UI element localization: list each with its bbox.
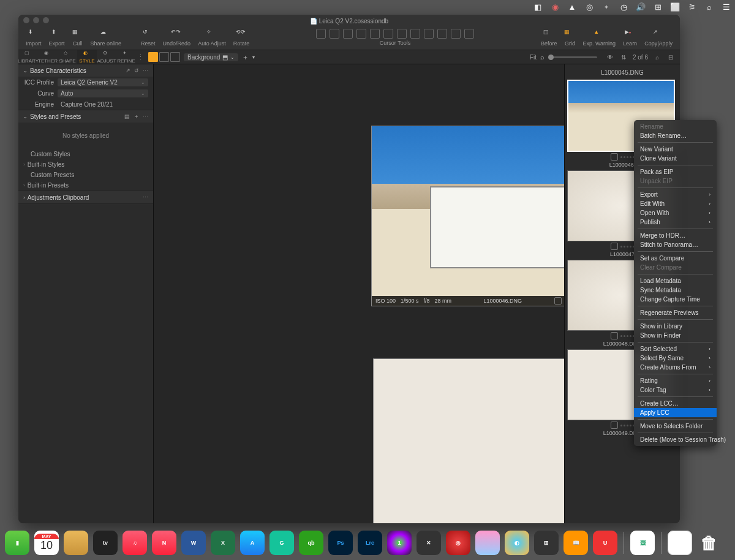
battery-icon[interactable]: ⬜ (670, 2, 680, 12)
tab-refine[interactable]: ✦REFINE (116, 50, 136, 64)
checkbox[interactable] (611, 153, 618, 161)
app1-icon[interactable]: ◉ (550, 2, 560, 12)
import-button[interactable]: ⬇Import (26, 29, 42, 47)
notif-icon[interactable]: ◧ (533, 2, 543, 12)
undoredo-button[interactable]: ↶↷Undo/Redo (163, 29, 191, 47)
dock-file[interactable] (668, 531, 692, 555)
dock-app6[interactable]: U (593, 531, 617, 555)
checkbox[interactable] (611, 422, 618, 429)
zoom-window[interactable] (43, 17, 49, 23)
checkbox[interactable] (611, 332, 618, 339)
learn-button[interactable]: ▶●Learn (623, 29, 637, 47)
dock-excel[interactable]: X (211, 531, 235, 555)
dock-lightroom[interactable]: Lrc (358, 531, 382, 555)
control-icon[interactable]: ☰ (722, 2, 731, 12)
tab-shape[interactable]: ◇SHAPE (58, 50, 77, 64)
dock-appstore[interactable]: A (240, 531, 265, 555)
dock-calendar[interactable]: MAY10 (34, 531, 59, 555)
section-clipboard-header[interactable]: › Adjustments Clipboard ⋯ (18, 191, 153, 203)
tab-library[interactable]: ▢LIBRARY (18, 50, 38, 64)
menu-open-with[interactable]: Open With› (634, 208, 717, 218)
menu-create-lcc[interactable]: Create LCC… (634, 399, 717, 408)
tab-more[interactable]: ⋮ (136, 50, 145, 64)
curve-select[interactable]: Auto⌄ (58, 89, 148, 97)
dock-trash[interactable]: 🗑 (697, 531, 722, 555)
tab-adjust[interactable]: ⚙ADJUST (97, 50, 116, 64)
menu-select-by-same[interactable]: Select By Same› (634, 354, 717, 363)
wifi-icon[interactable]: ⚞ (687, 2, 697, 12)
menu-load-metadata[interactable]: Load Metadata (634, 276, 717, 286)
menu-set-compare[interactable]: Set as Compare (634, 254, 717, 263)
dock-news[interactable]: N (152, 531, 176, 555)
search-icon[interactable]: ⌕ (704, 2, 714, 12)
eye-icon[interactable]: 👁 (606, 53, 614, 61)
autoadjust-section-icon[interactable]: ↗ (126, 67, 130, 74)
bluetooth-icon[interactable]: ᛭ (601, 2, 611, 12)
dock-captureone[interactable]: 1 (387, 531, 412, 555)
view-mode[interactable] (148, 52, 180, 62)
custom-presets[interactable]: Custom Presets (18, 170, 153, 180)
icc-select[interactable]: Leica Q2 Generic V2⌄ (58, 78, 148, 86)
background-select[interactable]: Background⬒⌄ (184, 53, 238, 61)
dock-app5[interactable]: ◐ (505, 531, 529, 555)
grid-button[interactable]: ▦Grid (564, 29, 575, 47)
autoadjust-button[interactable]: ✧Auto Adjust (198, 29, 226, 47)
clock-icon[interactable]: ◷ (619, 2, 628, 12)
collapse-icon[interactable]: ⊟ (666, 53, 675, 61)
cursor-tools[interactable]: Cursor Tools (316, 29, 474, 46)
menu-color-tag[interactable]: Color Tag› (634, 385, 717, 395)
menu-merge-hdr[interactable]: Merge to HDR… (634, 231, 717, 240)
menu-sync-metadata[interactable]: Sync Metadata (634, 286, 717, 295)
add-icon[interactable]: ＋ (242, 53, 249, 62)
menu-move-selects[interactable]: Move to Selects Folder (634, 422, 717, 431)
copyapply-button[interactable]: ↗Copy|Apply (644, 29, 673, 47)
stack-icon[interactable]: ▤ (124, 113, 130, 119)
menu-regen-previews[interactable]: Regenerate Previews (634, 308, 717, 317)
checkbox[interactable] (611, 243, 618, 250)
rotate-button[interactable]: ⟲⟳Rotate (233, 29, 250, 47)
menu-create-albums[interactable]: Create Albums From› (634, 363, 717, 372)
dock-app3[interactable]: ◎ (446, 531, 470, 555)
reset-section-icon[interactable]: ↺ (134, 67, 139, 74)
checkbox[interactable] (554, 297, 562, 305)
menu-pack-eip[interactable]: Pack as EIP (634, 167, 717, 176)
dock-music[interactable]: ♫ (123, 531, 147, 555)
reset-button[interactable]: ↺Reset (141, 29, 156, 47)
more-icon[interactable]: ⋯ (143, 113, 148, 119)
minimize-window[interactable] (33, 17, 39, 23)
custom-styles[interactable]: Custom Styles (18, 149, 153, 159)
section-styles-header[interactable]: ⌄ Styles and Presets ▤ ＋ ⋯ (18, 110, 153, 123)
sort-icon[interactable]: ⇅ (619, 53, 628, 61)
tab-style[interactable]: ◐STYLE (77, 50, 97, 64)
menu-change-capture-time[interactable]: Change Capture Time (634, 295, 717, 304)
dock-photoshop[interactable]: Ps (328, 531, 353, 555)
dock-calc[interactable]: ⊞ (534, 531, 559, 555)
dock-app[interactable] (64, 531, 88, 555)
share-button[interactable]: ☁Share online (91, 29, 122, 47)
more-icon[interactable]: ⋯ (143, 67, 148, 74)
menu-show-finder[interactable]: Show in Finder (634, 331, 717, 340)
section-base-header[interactable]: ⌄ Base Characteristics ↗ ↺ ⋯ (18, 64, 153, 77)
dock-app2[interactable]: ✕ (417, 531, 441, 555)
triangle-icon[interactable]: ▲ (567, 2, 577, 12)
before-button[interactable]: ◫Before (541, 29, 557, 47)
zoom-icon[interactable]: ⌕ (540, 53, 545, 61)
tab-tether[interactable]: ◉TETHER (38, 50, 58, 64)
menu-stitch-pano[interactable]: Stitch to Panorama… (634, 240, 717, 249)
cull-button[interactable]: ▦Cull (72, 29, 83, 47)
dock-books[interactable]: 📖 (564, 531, 588, 555)
menu-export[interactable]: Export› (634, 190, 717, 199)
menu-rating[interactable]: Rating› (634, 376, 717, 385)
dock-grammarly[interactable]: G (270, 531, 294, 555)
dock-preview[interactable]: 🖼 (630, 531, 655, 555)
menu-clone-variant[interactable]: Clone Variant (634, 154, 717, 163)
dock-facetime[interactable]: ▮ (5, 531, 29, 555)
sync-icon[interactable]: ◎ (584, 2, 594, 12)
builtin-styles[interactable]: ›Built-in Styles (18, 159, 153, 170)
mission-icon[interactable]: ⊞ (653, 2, 663, 12)
dock-quickbooks[interactable]: qb (299, 531, 323, 555)
zoom-out-icon[interactable]: ⌕ (653, 53, 662, 61)
expwarning-button[interactable]: ▲Exp. Warning (582, 29, 616, 47)
save-style-icon[interactable]: ＋ (134, 113, 139, 121)
menu-edit-with[interactable]: Edit With› (634, 199, 717, 208)
